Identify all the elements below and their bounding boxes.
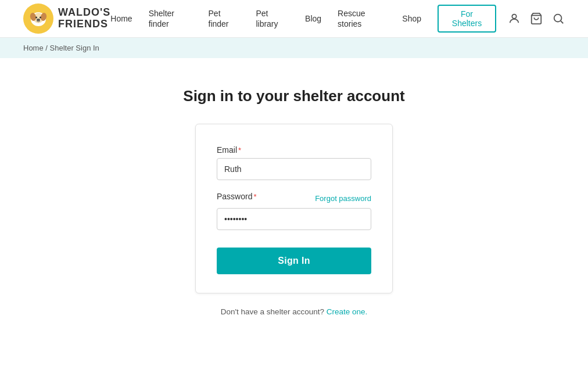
main-content: Sign in to your shelter account Email * …: [0, 58, 588, 363]
email-required-star: *: [238, 146, 241, 155]
nav-blog[interactable]: Blog: [305, 14, 321, 23]
page-title: Sign in to your shelter account: [183, 87, 404, 105]
create-account-prompt: Don't have a shelter account? Create one…: [221, 307, 368, 316]
nav-shop[interactable]: Shop: [402, 14, 421, 23]
breadcrumb-home[interactable]: Home: [23, 44, 44, 52]
forgot-password-link[interactable]: Forgot password: [315, 194, 371, 203]
password-label: Password *: [217, 192, 257, 201]
sign-in-card: Email * Password * Forgot password Sign …: [195, 124, 393, 293]
password-input[interactable]: [217, 208, 371, 230]
nav-pet-library[interactable]: Pet library: [256, 9, 278, 28]
breadcrumb-current: Shelter Sign In: [50, 44, 99, 52]
nav-shelter-finder[interactable]: Shelter finder: [149, 9, 174, 28]
breadcrumb: Home / Shelter Sign In: [0, 38, 588, 58]
svg-point-5: [40, 17, 41, 19]
navigation: WALDO'S FRIENDS Home Shelter finder Pet …: [0, 0, 588, 38]
nav-pet-finder[interactable]: Pet finder: [209, 9, 229, 28]
cart-icon-button[interactable]: [530, 12, 543, 25]
breadcrumb-separator: /: [45, 44, 49, 52]
email-field-group: Email *: [217, 145, 371, 180]
email-label: Email *: [217, 145, 371, 155]
svg-point-9: [554, 15, 562, 22]
svg-point-7: [512, 15, 516, 19]
svg-point-4: [35, 17, 37, 19]
email-input[interactable]: [217, 158, 371, 180]
svg-line-10: [561, 21, 563, 23]
password-required-star: *: [253, 192, 256, 201]
logo-link[interactable]: WALDO'S FRIENDS: [23, 3, 110, 34]
logo-icon: [23, 3, 53, 34]
svg-point-6: [37, 19, 40, 21]
for-shelters-button[interactable]: For Shelters: [438, 5, 496, 33]
account-icon-button[interactable]: [508, 12, 521, 25]
nav-rescue-stories[interactable]: Rescue stories: [338, 9, 365, 28]
nav-links: Home Shelter finder Pet finder Pet libra…: [110, 5, 496, 33]
nav-home[interactable]: Home: [110, 14, 132, 23]
create-account-link[interactable]: Create one.: [327, 307, 368, 316]
nav-icon-group: [508, 12, 565, 25]
search-icon-button[interactable]: [552, 12, 565, 25]
password-label-row: Password * Forgot password: [217, 192, 371, 205]
brand-name: WALDO'S FRIENDS: [58, 7, 110, 30]
sign-in-button[interactable]: Sign In: [217, 248, 371, 274]
password-field-group: Password * Forgot password: [217, 192, 371, 230]
